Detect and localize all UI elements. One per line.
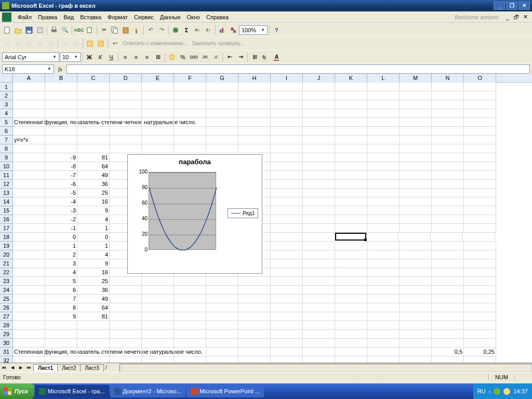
cell-B18[interactable]: 0 [45,233,77,242]
cell-O13[interactable] [464,189,496,197]
cell-G31[interactable] [206,348,238,356]
save-icon[interactable] [24,25,34,35]
cell-I6[interactable] [271,127,303,136]
cell-J13[interactable] [303,189,335,197]
autosum-icon[interactable]: Σ [181,25,192,35]
tray-net-icon[interactable] [503,388,510,395]
cell-M6[interactable] [400,127,432,136]
doc-close[interactable]: ✕ [521,14,530,20]
font-color-icon[interactable]: A [271,52,282,62]
cell-I15[interactable] [271,206,303,215]
row-header-20[interactable]: 20 [0,250,13,259]
cell-N9[interactable] [432,153,464,162]
cell-D30[interactable] [110,339,142,348]
cell-J21[interactable] [303,259,335,268]
cell-C22[interactable]: 16 [77,268,110,277]
cell-D6[interactable] [110,127,142,136]
cell-B15[interactable]: -3 [45,206,77,215]
row-header-30[interactable]: 30 [0,339,13,348]
indent-inc-icon[interactable]: ⇥ [235,52,246,62]
col-header-D[interactable]: D [110,74,142,83]
cell-O28[interactable] [464,321,496,330]
col-header-J[interactable]: J [303,74,335,83]
cell-L21[interactable] [367,259,400,268]
cell-G4[interactable] [206,109,238,118]
cell-L2[interactable] [367,91,400,100]
cell-O31[interactable]: 0,25 [464,348,496,356]
percent-icon[interactable]: % [178,52,188,62]
cell-M8[interactable] [400,144,432,153]
cell-I32[interactable] [271,356,303,363]
cell-L29[interactable] [367,330,400,339]
cell-G24[interactable] [206,286,238,295]
tab-nav-last[interactable]: ⏭ [25,364,33,372]
tb2-icon3[interactable] [24,38,34,49]
drawing-icon[interactable] [228,25,238,35]
select-all-corner[interactable] [0,74,13,83]
cell-O1[interactable] [464,83,496,91]
cell-A8[interactable] [13,144,45,153]
cell-K29[interactable] [335,330,367,339]
cell-L32[interactable] [367,356,400,363]
cell-L5[interactable] [367,118,400,127]
cell-J26[interactable] [303,303,335,312]
cell-H2[interactable] [238,91,271,100]
cell-J10[interactable] [303,162,335,171]
cell-D25[interactable] [110,295,142,303]
preview-icon[interactable]: 🔍 [60,25,70,35]
cell-B10[interactable]: -8 [45,162,77,171]
fontsize-selector[interactable]: 10▼ [60,52,81,62]
cell-E4[interactable] [142,109,174,118]
lang-indicator[interactable]: RU [477,388,486,394]
cell-M20[interactable] [400,250,432,259]
cell-J15[interactable] [303,206,335,215]
cell-B12[interactable]: -6 [45,180,77,189]
cell-O18[interactable] [463,233,495,242]
cell-O26[interactable] [464,303,496,312]
cell-M18[interactable] [398,233,431,242]
cell-B26[interactable]: 8 [45,303,77,312]
cell-O15[interactable] [464,206,496,215]
cell-C10[interactable]: 64 [77,162,110,171]
row-header-4[interactable]: 4 [0,109,13,118]
row-header-5[interactable]: 5 [0,118,13,127]
cell-I19[interactable] [271,242,303,250]
maximize-button[interactable]: ❐ [506,2,517,10]
cell-N23[interactable] [432,277,464,286]
menu-tools[interactable]: Сервис [131,13,157,21]
format-painter-icon[interactable] [131,25,142,35]
cell-L10[interactable] [367,162,400,171]
cell-K28[interactable] [335,321,367,330]
row-header-16[interactable]: 16 [0,215,13,224]
bold-icon[interactable]: Ж [84,52,95,62]
undo-icon[interactable]: ↶ [145,25,156,35]
tb2-icon5[interactable] [46,38,56,49]
cell-H5[interactable] [238,118,271,127]
cell-C15[interactable]: 9 [77,206,110,215]
col-header-N[interactable]: N [432,74,464,83]
cell-D2[interactable] [110,91,142,100]
cell-A22[interactable] [13,268,45,277]
cell-O3[interactable] [464,100,496,109]
cell-N11[interactable] [432,171,464,180]
dec-decrease-icon[interactable]: ,0 [210,52,221,62]
cell-A1[interactable] [13,83,45,91]
cell-I24[interactable] [271,286,303,295]
cell-B28[interactable] [45,321,77,330]
menu-help[interactable]: Справка [203,13,232,21]
tb2-icon2[interactable] [13,38,23,49]
paste-icon[interactable] [121,25,131,35]
cell-D29[interactable] [110,330,142,339]
cell-A30[interactable] [13,339,45,348]
col-header-O[interactable]: O [464,74,496,83]
cell-J8[interactable] [303,144,335,153]
cell-H29[interactable] [238,330,271,339]
cell-L12[interactable] [367,180,400,189]
spreadsheet-grid[interactable]: ABCDEFGHIJKLMNO 12345Степенная функция, … [0,74,532,363]
cell-B3[interactable] [45,100,77,109]
cell-M3[interactable] [400,100,432,109]
cell-J31[interactable] [303,348,335,356]
cell-F28[interactable] [174,321,206,330]
cell-N17[interactable] [432,224,464,233]
row-header-19[interactable]: 19 [0,242,13,250]
